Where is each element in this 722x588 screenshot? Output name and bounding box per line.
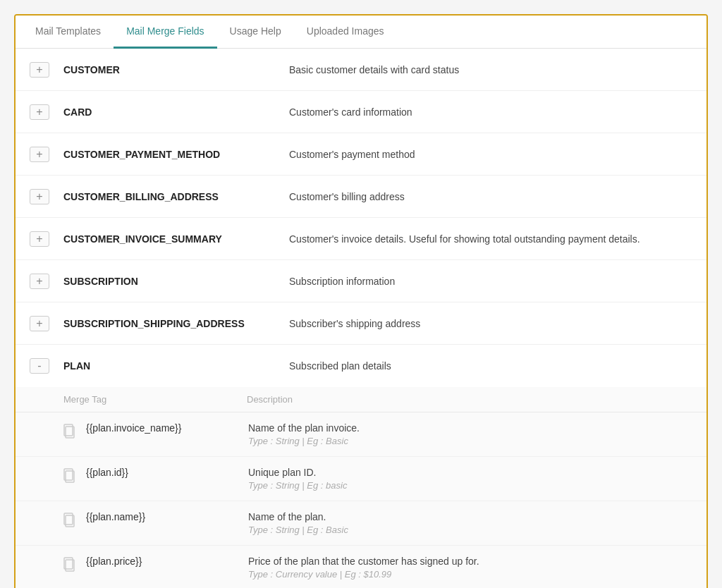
type-value-price: Currency value	[276, 569, 337, 580]
eg-value-id: basic	[326, 480, 347, 491]
plan-sub-header: Merge Tag Description	[16, 387, 706, 412]
plan-row-id: {{plan.id}} Unique plan ID. Type : Strin…	[16, 457, 706, 501]
type-label-name: Type :	[248, 525, 276, 535]
merge-tag-price: {{plan.price}}	[86, 556, 248, 567]
plan-row-name: {{plan.name}} Name of the plan. Type : S…	[16, 501, 706, 546]
copy-icon-id[interactable]	[63, 468, 78, 485]
content-area: + CUSTOMER Basic customer details with c…	[16, 49, 706, 588]
type-value-name: String	[276, 525, 300, 535]
toggle-payment-method[interactable]: +	[30, 147, 49, 162]
tab-usage-help[interactable]: Usage Help	[217, 16, 294, 49]
toggle-card[interactable]: +	[30, 104, 49, 120]
type-line-price: Type : Currency value | Eg : $10.99	[248, 569, 659, 580]
sub-header-description: Description	[247, 394, 293, 405]
plan-row-price: {{plan.price}} Price of the plan that th…	[16, 546, 706, 588]
desc-text-id: Unique plan ID.	[248, 467, 659, 478]
field-name-plan: PLAN	[63, 360, 289, 372]
toggle-shipping-address[interactable]: +	[30, 316, 49, 331]
plan-expanded-section: Merge Tag Description {{plan.invoice_nam…	[16, 387, 706, 588]
toggle-billing-address[interactable]: +	[30, 189, 49, 204]
field-desc-invoice-summary: Customer's invoice details. Useful for s…	[289, 233, 692, 245]
field-row-plan: - PLAN Subscribed plan details	[16, 345, 706, 387]
merge-tag-id: {{plan.id}}	[86, 467, 248, 478]
toggle-subscription[interactable]: +	[30, 274, 49, 289]
toggle-plan[interactable]: -	[30, 358, 49, 374]
field-name-card: CARD	[63, 106, 289, 118]
type-value-invoice-name: String	[276, 436, 300, 446]
tab-uploaded-images[interactable]: Uploaded Images	[294, 16, 397, 49]
field-name-payment-method: CUSTOMER_PAYMENT_METHOD	[63, 149, 289, 160]
field-name-customer: CUSTOMER	[63, 64, 289, 75]
field-desc-customer: Basic customer details with card status	[289, 64, 692, 75]
tab-mail-templates[interactable]: Mail Templates	[23, 16, 114, 49]
field-row-subscription: + SUBSCRIPTION Subscription information	[16, 260, 706, 302]
copy-icon-name[interactable]	[63, 513, 78, 529]
field-desc-billing-address: Customer's billing address	[289, 191, 692, 202]
copy-icon-price[interactable]	[63, 557, 78, 574]
tab-bar: Mail Templates Mail Merge Fields Usage H…	[16, 16, 706, 49]
eg-value-invoice-name: Basic	[326, 436, 348, 446]
type-line-id: Type : String | Eg : basic	[248, 480, 659, 491]
toggle-invoice-summary[interactable]: +	[30, 231, 49, 247]
sub-desc-name: Name of the plan. Type : String | Eg : B…	[248, 511, 659, 535]
type-value-id: String	[276, 480, 300, 491]
field-desc-plan: Subscribed plan details	[289, 360, 692, 372]
type-label-price: Type :	[248, 569, 276, 580]
desc-text-price: Price of the plan that the customer has …	[248, 556, 659, 567]
toggle-customer[interactable]: +	[30, 62, 49, 78]
copy-icon-invoice-name[interactable]	[63, 424, 78, 441]
field-name-shipping-address: SUBSCRIPTION_SHIPPING_ADDRESS	[63, 318, 289, 329]
field-desc-shipping-address: Subscriber's shipping address	[289, 318, 692, 329]
eg-separator-price: | Eg :	[337, 569, 363, 580]
desc-text-name: Name of the plan.	[248, 511, 659, 522]
type-label-id: Type :	[248, 480, 276, 491]
sub-desc-invoice-name: Name of the plan invoice. Type : String …	[248, 422, 659, 446]
field-row-customer: + CUSTOMER Basic customer details with c…	[16, 49, 706, 91]
field-desc-card: Customer's card information	[289, 106, 692, 118]
eg-separator-id: | Eg :	[300, 480, 326, 491]
field-row-billing-address: + CUSTOMER_BILLING_ADDRESS Customer's bi…	[16, 176, 706, 218]
field-row-invoice-summary: + CUSTOMER_INVOICE_SUMMARY Customer's in…	[16, 218, 706, 260]
desc-text-invoice-name: Name of the plan invoice.	[248, 422, 659, 434]
sub-desc-id: Unique plan ID. Type : String | Eg : bas…	[248, 467, 659, 491]
eg-value-name: Basic	[326, 525, 348, 535]
eg-separator-invoice-name: | Eg :	[300, 436, 326, 446]
field-row-card: + CARD Customer's card information	[16, 91, 706, 133]
type-label-invoice-name: Type :	[248, 436, 276, 446]
tab-mail-merge-fields[interactable]: Mail Merge Fields	[114, 16, 216, 49]
sub-header-merge-tag: Merge Tag	[63, 394, 247, 405]
main-window: Mail Templates Mail Merge Fields Usage H…	[14, 14, 708, 588]
type-line-name: Type : String | Eg : Basic	[248, 525, 659, 535]
merge-tag-invoice-name: {{plan.invoice_name}}	[86, 422, 248, 434]
field-desc-payment-method: Customer's payment method	[289, 149, 692, 160]
field-name-invoice-summary: CUSTOMER_INVOICE_SUMMARY	[63, 233, 289, 245]
field-name-subscription: SUBSCRIPTION	[63, 276, 289, 287]
eg-separator-name: | Eg :	[300, 525, 326, 535]
field-row-payment-method: + CUSTOMER_PAYMENT_METHOD Customer's pay…	[16, 133, 706, 176]
type-line-invoice-name: Type : String | Eg : Basic	[248, 436, 659, 446]
field-desc-subscription: Subscription information	[289, 276, 692, 287]
field-name-billing-address: CUSTOMER_BILLING_ADDRESS	[63, 191, 289, 202]
field-row-shipping-address: + SUBSCRIPTION_SHIPPING_ADDRESS Subscrib…	[16, 302, 706, 345]
plan-row-invoice-name: {{plan.invoice_name}} Name of the plan i…	[16, 412, 706, 457]
eg-value-price: $10.99	[364, 569, 392, 580]
merge-tag-name: {{plan.name}}	[86, 511, 248, 522]
sub-desc-price: Price of the plan that the customer has …	[248, 556, 659, 580]
